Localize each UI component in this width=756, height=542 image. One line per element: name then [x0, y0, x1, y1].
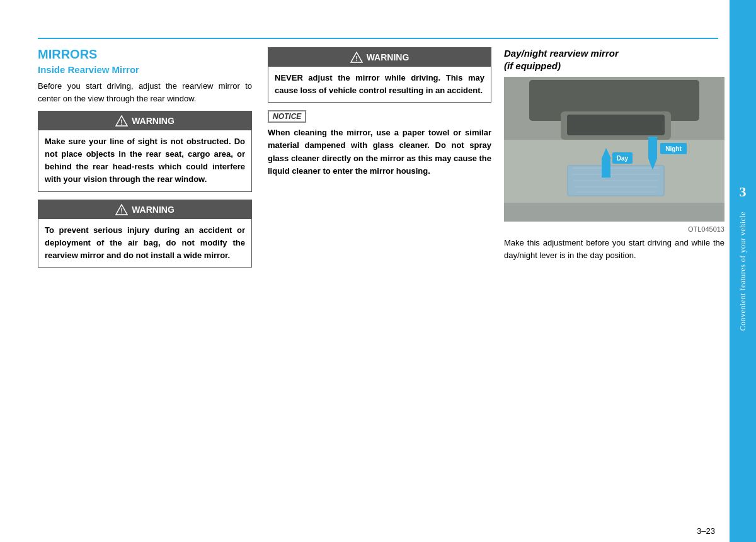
mirror-illustration: Night Day [504, 77, 724, 222]
warning-icon-1: ! [115, 115, 128, 127]
chapter-number: 3 [730, 176, 756, 208]
sidebar-tab: Convenient features of your vehicle [730, 0, 756, 542]
main-content: MIRRORS Inside Rearview Mirror Before yo… [38, 47, 721, 517]
right-column: Day/night rearview mirror (if equipped) [504, 47, 724, 261]
warning-box-1: ! WARNING Make sure your line of sight i… [38, 111, 252, 192]
svg-text:Night: Night [665, 145, 682, 152]
warning-box-2: ! WARNING To prevent serious injury duri… [38, 200, 252, 268]
warning-icon-2: ! [115, 204, 128, 215]
sidebar-tab-text: Convenient features of your vehicle [738, 212, 748, 330]
middle-column: ! WARNING NEVER adjust the mirror while … [268, 47, 491, 178]
warning-body-3: NEVER adjust the mirror while driving. T… [268, 67, 491, 102]
warning-icon-3: ! [350, 52, 363, 63]
warning-body-2: To prevent serious injury during an acci… [38, 219, 251, 267]
right-body-text: Make this adjustment before you start dr… [504, 237, 724, 261]
svg-text:!: ! [355, 55, 357, 62]
right-section-title: Day/night rearview mirror (if equipped) [504, 47, 724, 72]
warning-header-3: ! WARNING [268, 48, 491, 67]
warning-body-1: Make sure your line of sight is not obst… [38, 130, 251, 191]
warning-header-2: ! WARNING [38, 200, 251, 219]
svg-rect-18 [648, 137, 657, 159]
svg-rect-26 [504, 203, 724, 222]
notice-body: When cleaning the mirror, use a paper to… [268, 127, 491, 178]
top-decorative-line [38, 38, 718, 39]
section-title: MIRRORS [38, 47, 252, 62]
warning-label-2: WARNING [132, 205, 175, 215]
left-column: MIRRORS Inside Rearview Mirror Before yo… [38, 47, 252, 275]
warning-label-3: WARNING [367, 52, 410, 62]
notice-section: NOTICE When cleaning the mirror, use a p… [268, 110, 491, 178]
subsection-title: Inside Rearview Mirror [38, 64, 252, 75]
warning-box-3: ! WARNING NEVER adjust the mirror while … [268, 47, 491, 103]
otl-label: OTL045013 [504, 225, 724, 233]
notice-label: NOTICE [268, 110, 306, 123]
svg-text:!: ! [120, 208, 122, 215]
warning-header-1: ! WARNING [38, 111, 251, 130]
intro-text: Before you start driving, adjust the rea… [38, 80, 252, 104]
warning-label-1: WARNING [132, 116, 175, 126]
svg-rect-10 [567, 115, 665, 135]
svg-text:!: ! [120, 119, 122, 126]
page-number: 3–23 [697, 526, 715, 536]
svg-rect-22 [602, 159, 610, 178]
svg-text:Day: Day [617, 155, 629, 162]
